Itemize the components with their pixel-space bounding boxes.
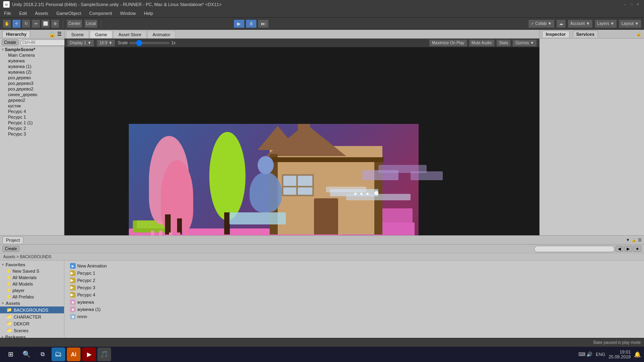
tree-character[interactable]: 📁 CHARACTER [0, 313, 64, 320]
project-create-btn[interactable]: Create [2, 246, 19, 252]
display-btn[interactable]: Display 1 ▼ [67, 39, 94, 47]
collab-btn[interactable]: ✓ Collab ▼ [528, 19, 555, 28]
hierarchy-scene[interactable]: SampleScene* [0, 47, 64, 52]
layers-btn[interactable]: Layers ▼ [594, 19, 617, 28]
tab-animator[interactable]: Animator [147, 31, 175, 38]
tree-dekor[interactable]: 📁 DEKOR [0, 320, 64, 327]
maximize-btn[interactable]: □ [629, 2, 634, 7]
taskbar-illustrator[interactable]: Ai [67, 348, 80, 361]
menu-assets[interactable]: Assets [33, 10, 50, 16]
layout-btn[interactable]: Layout ▼ [619, 19, 642, 28]
cloud-btn[interactable]: ☁ [556, 19, 566, 28]
project-minimize[interactable]: ▼ [626, 238, 630, 242]
aspect-btn[interactable]: 16:9 ▼ [97, 39, 115, 47]
account-btn[interactable]: Account ▼ [568, 19, 593, 28]
asset-folder-0[interactable]: ▶ Ресурс 1 [68, 269, 641, 277]
mute-audio-btn[interactable]: Mute Audio [469, 39, 495, 47]
inspector-tab[interactable]: Inspector [542, 31, 570, 37]
asset-sprite-0[interactable]: ◆ жувачка [68, 298, 641, 306]
move-tool[interactable]: ✛ [12, 19, 21, 28]
favorites-section[interactable]: Favorites [0, 261, 64, 268]
project-nav-fwd[interactable]: ▶ [624, 246, 632, 252]
close-btn[interactable]: ✕ [635, 2, 641, 7]
project-tab[interactable]: Project [2, 237, 23, 243]
menu-component[interactable]: Component [87, 10, 114, 16]
project-lock[interactable]: 🔒 [632, 238, 636, 242]
transform-all-tool[interactable]: ⊕ [51, 19, 60, 28]
project-favorites[interactable]: ★ [633, 246, 642, 252]
taskbar-search[interactable]: 🔍 [19, 347, 34, 362]
hierarchy-tab[interactable]: Hierarchy [2, 31, 30, 37]
hierarchy-item-10[interactable]: Ресурс 4 [0, 109, 64, 114]
hierarchy-item-12[interactable]: Ресурс 1 (1) [0, 120, 64, 125]
scale-slider[interactable] [129, 42, 169, 44]
gizmos-btn[interactable]: Gizmos ▼ [512, 39, 537, 47]
taskbar-time: 19:01 [619, 350, 631, 354]
pivot-btn[interactable]: Center [66, 19, 83, 28]
tab-asset-store[interactable]: Asset Store [113, 31, 147, 38]
project-nav-back[interactable]: ◀ [615, 246, 623, 252]
asset-folder-3[interactable]: ▶ Ресурс 4 [68, 291, 641, 298]
scale-tool[interactable]: ⇔ [31, 19, 40, 28]
services-tab[interactable]: Services [573, 31, 598, 37]
hierarchy-item-11[interactable]: Ресурс 1 [0, 114, 64, 120]
menu-window[interactable]: Window [118, 10, 137, 16]
hierarchy-item-14[interactable]: Ресурс 3 [0, 131, 64, 137]
taskbar-language: ENG [596, 352, 605, 357]
taskbar-clock: 19:01 25.09.2018 [609, 350, 631, 359]
tab-scene[interactable]: Scene [66, 31, 89, 38]
pause-btn[interactable]: ⏸ [246, 19, 257, 28]
assets-section[interactable]: Assets [0, 300, 64, 306]
asset-sprite-1[interactable]: ◆ жувачка (1) [68, 306, 641, 313]
blue-char-head [258, 156, 274, 174]
hierarchy-item-4[interactable]: роз.дерево [0, 75, 64, 80]
hierarchy-menu[interactable]: ☰ [57, 31, 62, 37]
taskbar-task-view[interactable]: ⧉ [35, 347, 50, 362]
step-btn[interactable]: ⏭ [258, 19, 269, 28]
space-btn[interactable]: Local [84, 19, 98, 28]
play-btn[interactable]: ▶ [233, 19, 245, 28]
stats-btn[interactable]: Stats [496, 39, 511, 47]
hierarchy-lock[interactable]: 🔒 [49, 31, 56, 37]
taskbar-start[interactable]: ⊞ [3, 347, 18, 362]
hierarchy-item-8[interactable]: дерево2 [0, 97, 64, 103]
hierarchy-item-6[interactable]: роз.дерево2 [0, 86, 64, 92]
menu-gameobject[interactable]: GameObject [55, 10, 83, 16]
hierarchy-item-3[interactable]: жувачка (2) [0, 69, 64, 75]
hierarchy-item-9[interactable]: кустик [0, 103, 64, 109]
asset-folder-2[interactable]: ▶ Ресурс 3 [68, 284, 641, 291]
hand-tool[interactable]: ✋ [2, 19, 11, 28]
taskbar-unity-app[interactable]: ▶ [82, 348, 96, 361]
taskbar-notification[interactable]: 🔔 [634, 351, 641, 358]
hierarchy-item-13[interactable]: Ресурс 2 [0, 125, 64, 131]
rotate-tool[interactable]: ↻ [22, 19, 31, 28]
tree-backgrounds[interactable]: 📁 BACKGROUNDS [0, 306, 64, 313]
rect-tool[interactable]: ⬜ [41, 19, 50, 28]
asset-new-animation[interactable]: ▶ New Animation [68, 262, 641, 269]
hierarchy-create-btn[interactable]: Create [2, 39, 19, 45]
menu-help[interactable]: Help [142, 10, 155, 16]
maximize-btn[interactable]: Maximize On Play [429, 39, 467, 47]
asset-sprite-2[interactable]: ◆ nnnn [68, 313, 641, 320]
tree-all-materials[interactable]: ⭐ All Materials [0, 274, 64, 281]
tree-new-saved[interactable]: ⭐ New Saved S [0, 268, 64, 274]
hierarchy-item-7[interactable]: синее_дерево [0, 92, 64, 97]
hierarchy-item-1[interactable]: жувачка [0, 58, 64, 64]
tree-all-prefabs[interactable]: ⭐ All Prefabs [0, 294, 64, 300]
inspector-lock-icon[interactable]: 🔒 [636, 31, 642, 37]
hierarchy-item-5[interactable]: роз.дерево3 [0, 80, 64, 86]
menu-edit[interactable]: Edit [18, 10, 29, 16]
hierarchy-item-2[interactable]: жувачка (1) [0, 64, 64, 69]
tree-player[interactable]: ⭐ player [0, 287, 64, 294]
tab-game[interactable]: Game [90, 31, 112, 38]
taskbar-audio[interactable]: 🎵 [97, 348, 111, 361]
asset-folder-1[interactable]: ▶ Ресурс 2 [68, 277, 641, 284]
menu-file[interactable]: File [2, 10, 13, 16]
taskbar-file-explorer[interactable]: 🗂 [52, 348, 65, 361]
project-search-input[interactable] [534, 246, 615, 252]
hierarchy-item-0[interactable]: Main Camera [0, 52, 64, 58]
minimize-btn[interactable]: ─ [622, 2, 628, 7]
tree-all-models[interactable]: ⭐ All Models [0, 281, 64, 287]
tree-scenes[interactable]: 📁 Scenes [0, 327, 64, 334]
project-menu[interactable]: ☰ [638, 238, 642, 242]
